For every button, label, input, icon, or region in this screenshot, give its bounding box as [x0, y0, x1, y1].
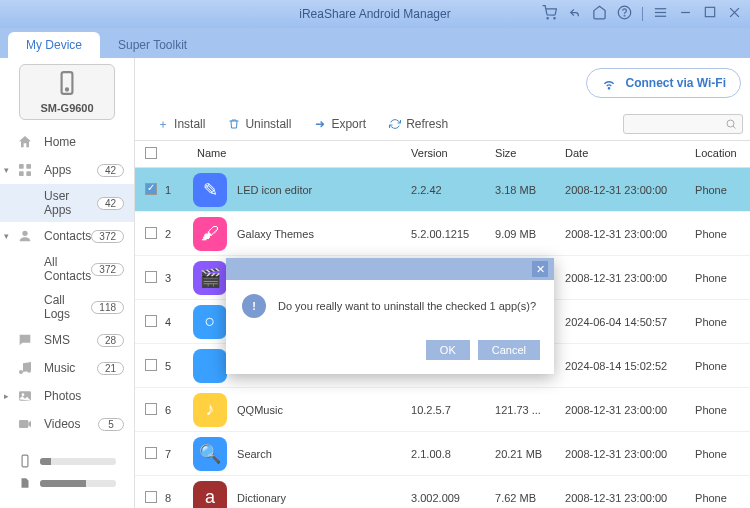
nav-list: Home ▾Apps42 User Apps42 ▾Contacts372 Al… [0, 124, 134, 444]
row-checkbox[interactable] [145, 271, 157, 283]
row-checkbox[interactable] [145, 359, 157, 371]
close-icon[interactable] [727, 5, 742, 24]
app-version: 2.1.00.8 [411, 448, 495, 460]
table-row[interactable]: 6 ♪ QQMusic 10.2.5.7 121.73 ... 2008-12-… [135, 388, 750, 432]
dialog-close-button[interactable]: ✕ [532, 261, 548, 277]
svg-rect-14 [26, 164, 31, 169]
app-version: 2.2.42 [411, 184, 495, 196]
separator [642, 7, 643, 21]
nav-photos[interactable]: ▸Photos [0, 382, 134, 410]
app-version: 10.2.5.7 [411, 404, 495, 416]
app-size: 9.09 MB [495, 228, 565, 240]
app-date: 2008-12-31 23:00:00 [565, 228, 695, 240]
row-checkbox[interactable] [145, 491, 157, 503]
app-size: 121.73 ... [495, 404, 565, 416]
row-checkbox[interactable] [145, 447, 157, 459]
svg-rect-8 [705, 7, 714, 16]
cart-icon[interactable] [542, 5, 557, 24]
app-icon: ✎ [193, 173, 227, 207]
storage-indicators [0, 444, 134, 508]
minimize-icon[interactable] [678, 5, 693, 24]
app-size: 20.21 MB [495, 448, 565, 460]
row-checkbox[interactable] [145, 403, 157, 415]
svg-line-26 [733, 126, 736, 129]
svg-point-24 [609, 88, 610, 89]
export-button[interactable]: ➜Export [304, 114, 375, 134]
nav-videos[interactable]: Videos5 [0, 410, 134, 438]
row-index: 4 [165, 316, 193, 328]
app-date: 2008-12-31 23:00:00 [565, 184, 695, 196]
nav-books[interactable]: Books8 [0, 438, 134, 444]
phone-storage-icon [18, 454, 32, 468]
tab-my-device[interactable]: My Device [8, 32, 100, 58]
svg-point-18 [19, 370, 23, 374]
menu-icon[interactable] [653, 5, 668, 24]
app-version: 5.2.00.1215 [411, 228, 495, 240]
wifi-icon [601, 75, 617, 91]
col-version[interactable]: Version [411, 147, 495, 161]
help-icon[interactable] [617, 5, 632, 24]
titlebar-controls [542, 5, 742, 24]
col-size[interactable]: Size [495, 147, 565, 161]
svg-point-17 [22, 231, 27, 236]
svg-point-19 [27, 369, 31, 373]
nav-all-contacts[interactable]: All Contacts372 [0, 250, 134, 288]
dialog-ok-button[interactable]: OK [426, 340, 470, 360]
app-date: 2008-12-31 23:00:00 [565, 272, 695, 284]
refresh-icon [388, 117, 402, 131]
app-location: Phone [695, 492, 750, 504]
app-location: Phone [695, 228, 750, 240]
dialog-titlebar[interactable]: ✕ [226, 258, 554, 280]
row-index: 1 [165, 184, 193, 196]
row-index: 5 [165, 360, 193, 372]
row-checkbox[interactable] [145, 315, 157, 327]
search-input[interactable] [623, 114, 743, 134]
app-location: Phone [695, 448, 750, 460]
table-row[interactable]: 8 a Dictionary 3.002.009 7.62 MB 2008-12… [135, 476, 750, 508]
sd-storage-icon [18, 476, 32, 490]
row-checkbox[interactable] [145, 183, 157, 195]
sidebar: SM-G9600 Home ▾Apps42 User Apps42 ▾Conta… [0, 58, 135, 508]
row-index: 6 [165, 404, 193, 416]
nav-user-apps[interactable]: User Apps42 [0, 184, 134, 222]
nav-apps[interactable]: ▾Apps42 [0, 156, 134, 184]
music-icon [16, 359, 34, 377]
col-date[interactable]: Date [565, 147, 695, 161]
nav-contacts[interactable]: ▾Contacts372 [0, 222, 134, 250]
row-checkbox[interactable] [145, 227, 157, 239]
nav-call-logs[interactable]: Call Logs118 [0, 288, 134, 326]
table-row[interactable]: 1 ✎ LED icon editor 2.2.42 3.18 MB 2008-… [135, 168, 750, 212]
app-date: 2008-12-31 23:00:00 [565, 492, 695, 504]
app-date: 2024-08-14 15:02:52 [565, 360, 695, 372]
tab-super-toolkit[interactable]: Super Toolkit [100, 32, 205, 58]
svg-rect-13 [19, 164, 24, 169]
select-all-checkbox[interactable] [145, 147, 157, 159]
nav-home[interactable]: Home [0, 128, 134, 156]
app-version: 3.002.009 [411, 492, 495, 504]
back-icon[interactable] [567, 5, 582, 24]
svg-rect-23 [22, 455, 28, 467]
nav-music[interactable]: Music21 [0, 354, 134, 382]
connect-wifi-button[interactable]: Connect via Wi-Fi [586, 68, 741, 98]
maximize-icon[interactable] [703, 5, 717, 23]
home-icon [16, 133, 34, 151]
table-row[interactable]: 7 🔍 Search 2.1.00.8 20.21 MB 2008-12-31 … [135, 432, 750, 476]
install-button[interactable]: ＋Install [147, 114, 214, 134]
refresh-button[interactable]: Refresh [379, 114, 457, 134]
trash-icon [227, 117, 241, 131]
app-icon: 🖌 [193, 217, 227, 251]
uninstall-button[interactable]: Uninstall [218, 114, 300, 134]
col-name[interactable]: Name [193, 147, 411, 161]
chevron-down-icon: ▾ [4, 165, 9, 175]
table-row[interactable]: 2 🖌 Galaxy Themes 5.2.00.1215 9.09 MB 20… [135, 212, 750, 256]
device-card[interactable]: SM-G9600 [19, 64, 115, 120]
contacts-icon [16, 227, 34, 245]
svg-rect-15 [19, 171, 24, 176]
app-name: Search [237, 448, 272, 460]
dialog-cancel-button[interactable]: Cancel [478, 340, 540, 360]
tabbar: My Device Super Toolkit [0, 28, 750, 58]
nav-sms[interactable]: SMS28 [0, 326, 134, 354]
svg-point-21 [22, 393, 25, 396]
col-location[interactable]: Location [695, 147, 750, 161]
home-icon[interactable] [592, 5, 607, 24]
